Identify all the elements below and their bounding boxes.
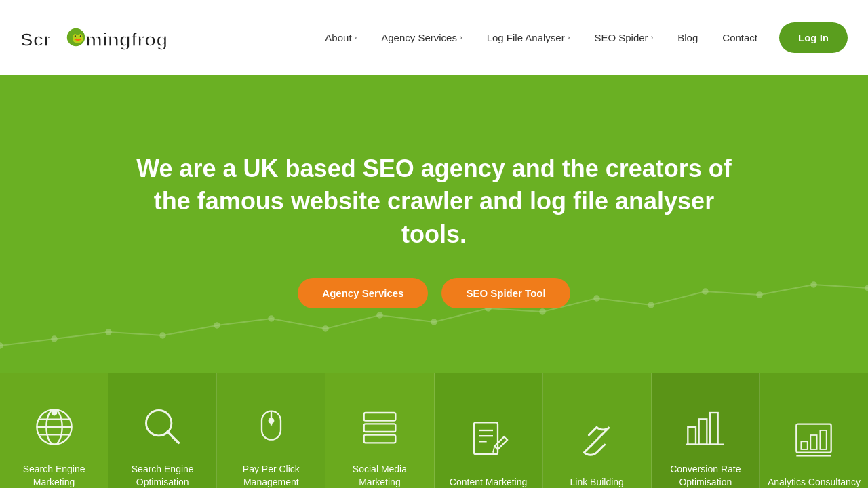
services-grid: Search Engine Marketing Search Engine Op…	[0, 373, 868, 488]
hero-section: We are a UK based SEO agency and the cre…	[0, 75, 868, 373]
svg-rect-42	[699, 419, 707, 444]
svg-point-7	[160, 333, 165, 338]
service-label: Pay Per Click Management	[224, 463, 318, 488]
svg-rect-43	[710, 413, 718, 445]
hero-background-graph	[0, 251, 868, 373]
svg-point-11	[377, 312, 382, 318]
nav-seo-spider[interactable]: SEO Spider ›	[585, 26, 663, 49]
service-item-edit[interactable]: Content Marketing	[435, 373, 543, 488]
svg-point-19	[811, 282, 816, 287]
svg-line-40	[591, 434, 602, 445]
edit-icon	[465, 416, 512, 464]
service-label: Conversion Rate Optimisation	[658, 463, 753, 488]
service-label: Social Media Marketing	[332, 463, 427, 488]
service-label: Search Engine Marketing	[7, 463, 101, 488]
svg-rect-47	[811, 435, 817, 449]
link-icon	[573, 416, 620, 464]
hero-heading: We are a UK based SEO agency and the cre…	[129, 152, 739, 251]
service-label: Content Marketing	[450, 476, 527, 488]
svg-point-31	[269, 418, 273, 423]
svg-point-20	[865, 285, 868, 291]
agency-services-button[interactable]: Agency Services	[298, 278, 428, 308]
svg-rect-34	[364, 434, 396, 443]
nav-log-file-analyser[interactable]: Log File Analyser ›	[477, 26, 580, 49]
nav-blog[interactable]: Blog	[668, 26, 707, 49]
svg-point-9	[269, 316, 274, 321]
service-item-chart-analytics[interactable]: Analytics Consultancy	[760, 373, 868, 488]
chevron-down-icon: ›	[460, 33, 462, 41]
service-item-search[interactable]: Search Engine Optimisation	[108, 373, 217, 488]
svg-text:Scr: Scr	[20, 29, 51, 50]
nav-agency-services[interactable]: Agency Services ›	[372, 26, 471, 49]
service-label: Analytics Consultancy	[768, 476, 861, 488]
main-nav: About › Agency Services › Log File Analy…	[315, 22, 848, 53]
search-icon	[139, 403, 186, 451]
service-item-mouse[interactable]: Pay Per Click Management	[217, 373, 326, 488]
service-item-layers[interactable]: Social Media Marketing	[326, 373, 434, 488]
service-label: Link Building	[570, 476, 623, 488]
svg-rect-32	[364, 413, 396, 421]
hero-buttons: Agency Services SEO Spider Tool	[298, 278, 570, 308]
globe-icon	[31, 403, 78, 451]
seo-spider-tool-button[interactable]: SEO Spider Tool	[441, 278, 570, 308]
svg-point-5	[52, 336, 57, 342]
svg-point-26	[52, 410, 56, 415]
svg-text:mingfrog: mingfrog	[85, 29, 167, 50]
chevron-down-icon: ›	[651, 33, 654, 41]
chevron-down-icon: ›	[355, 33, 357, 41]
svg-rect-46	[802, 442, 808, 450]
service-item-chart-bar[interactable]: Conversion Rate Optimisation	[652, 373, 760, 488]
header: Scr 🐸 mingfrog About › Agency Services ›…	[0, 0, 868, 75]
login-button[interactable]: Log In	[779, 22, 848, 53]
svg-point-12	[431, 319, 437, 325]
chart-analytics-icon	[790, 416, 837, 464]
mouse-icon	[248, 403, 295, 451]
svg-point-8	[214, 323, 220, 328]
svg-rect-48	[821, 430, 827, 449]
logo[interactable]: Scr 🐸 mingfrog	[20, 17, 170, 58]
svg-rect-33	[364, 424, 396, 432]
chart-bar-icon	[682, 403, 729, 451]
svg-point-15	[594, 296, 599, 301]
service-item-globe[interactable]: Search Engine Marketing	[0, 373, 108, 488]
svg-point-4	[0, 343, 3, 348]
nav-contact[interactable]: Contact	[713, 26, 767, 49]
svg-point-17	[703, 289, 708, 294]
svg-line-39	[493, 447, 494, 453]
svg-point-14	[540, 309, 545, 314]
svg-point-10	[323, 326, 328, 331]
svg-point-6	[106, 329, 111, 335]
svg-text:🐸: 🐸	[72, 33, 84, 44]
nav-about[interactable]: About ›	[315, 26, 366, 49]
service-item-link[interactable]: Link Building	[543, 373, 652, 488]
svg-point-16	[648, 302, 654, 308]
svg-rect-41	[688, 427, 696, 445]
svg-point-18	[757, 292, 762, 298]
layers-icon	[356, 403, 403, 451]
svg-line-28	[167, 432, 178, 443]
service-label: Search Engine Optimisation	[115, 463, 210, 488]
chevron-down-icon: ›	[568, 33, 570, 41]
